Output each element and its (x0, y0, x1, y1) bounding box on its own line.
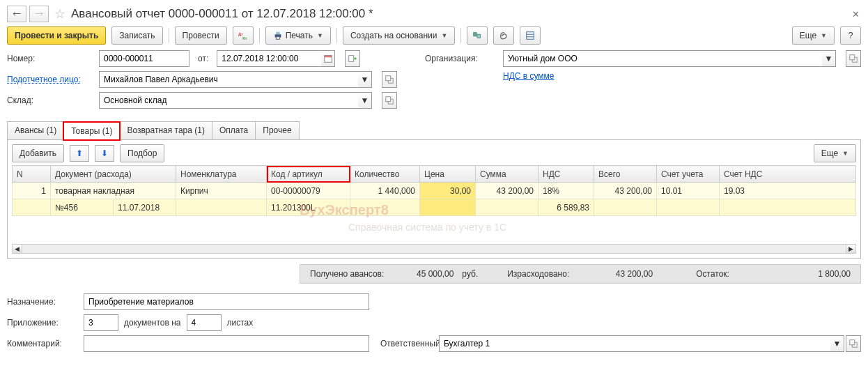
pane-more-button[interactable]: Еще ▼ (814, 144, 856, 162)
table-row[interactable]: №456 11.07.2018 11.201300L 6 589,83 (13, 199, 856, 216)
org-combo[interactable]: ▼ (503, 50, 836, 67)
col-doc[interactable]: Документ (расхода) (51, 166, 176, 183)
cell-account[interactable]: 10.01 (657, 183, 720, 199)
nds-link[interactable]: НДС в сумме (503, 71, 555, 81)
more-button[interactable]: Еще ▼ (792, 26, 835, 45)
cell-n[interactable]: 1 (13, 183, 51, 199)
tab-tare[interactable]: Возвратная тара (1) (119, 121, 212, 139)
dropdown-button[interactable]: ▼ (358, 71, 372, 88)
cell-code2[interactable]: 11.201300L (267, 199, 350, 216)
selection-button[interactable]: Подбор (120, 144, 164, 162)
svg-rect-13 (386, 76, 391, 81)
svg-rect-3 (276, 32, 279, 35)
person-label-link[interactable]: Подотчетное лицо: (7, 75, 91, 84)
scroll-right-icon[interactable]: ▶ (846, 245, 855, 253)
advances-received-label: Получено авансов: (306, 268, 388, 280)
open-button[interactable] (382, 92, 397, 109)
calendar-button[interactable] (321, 50, 335, 67)
tab-other[interactable]: Прочее (255, 121, 299, 139)
dropdown-button[interactable]: ▼ (822, 50, 836, 67)
svg-rect-16 (850, 340, 855, 345)
print-label: Печать (286, 31, 313, 40)
chevron-down-icon: ▼ (842, 150, 848, 157)
date-input[interactable] (217, 50, 335, 67)
nav-back-button[interactable]: 🡐 (7, 6, 26, 22)
print-button[interactable]: Печать ▼ (265, 26, 331, 45)
move-up-button[interactable]: ⬆ (70, 145, 89, 162)
cell-sum[interactable]: 43 200,00 (476, 183, 538, 199)
chevron-down-icon: ▼ (825, 54, 833, 63)
comment-input[interactable] (84, 335, 369, 352)
tab-advances[interactable]: Авансы (1) (7, 121, 64, 139)
col-vat[interactable]: НДС (538, 166, 594, 183)
col-nomen[interactable]: Номенклатура (176, 166, 267, 183)
cell-vat-account[interactable]: 19.03 (720, 183, 856, 199)
cell-total[interactable]: 43 200,00 (594, 183, 657, 199)
cell-doc[interactable]: товарная накладная (51, 183, 176, 199)
date-picker-extra-button[interactable] (345, 50, 360, 67)
favorite-star-icon[interactable]: ☆ (54, 6, 65, 22)
open-icon (848, 54, 858, 63)
totals-bar: Получено авансов: 45 000,00 руб. Израсхо… (300, 264, 861, 284)
col-price[interactable]: Цена (420, 166, 476, 183)
cell-nomen[interactable]: Кирпич (176, 183, 267, 199)
close-icon[interactable]: ✕ (851, 8, 861, 21)
cell-doc-no: №456 (51, 200, 114, 215)
dropdown-button[interactable]: ▼ (358, 92, 372, 109)
toolbar-separator (336, 28, 337, 43)
cell-code[interactable]: 00-00000079 (267, 183, 350, 199)
post-button[interactable]: Провести (175, 26, 227, 45)
number-input[interactable] (99, 50, 189, 67)
col-code[interactable]: Код / артикул (267, 166, 350, 183)
svg-rect-6 (477, 34, 480, 38)
page-title: Авансовый отчет 0000-000011 от 12.07.201… (71, 7, 848, 21)
nav-forward-button[interactable]: 🡒 (29, 6, 49, 22)
open-icon (848, 339, 858, 348)
cell-vat-sum[interactable]: 6 589,83 (538, 199, 594, 216)
open-button[interactable] (846, 50, 861, 67)
col-sum[interactable]: Сумма (476, 166, 538, 183)
arrow-down-icon: ⬇ (101, 148, 108, 158)
goto-icon (348, 54, 357, 63)
attach-docs-input[interactable] (84, 314, 118, 331)
col-total[interactable]: Всего (594, 166, 657, 183)
rest-value: 1 800,00 (734, 268, 855, 280)
dtkt-button[interactable]: ДтКт (233, 26, 254, 45)
related-docs-button[interactable] (467, 26, 488, 45)
warehouse-combo[interactable]: ▼ (99, 92, 372, 109)
cell-vat[interactable]: 18% (538, 183, 594, 199)
open-button[interactable] (382, 71, 397, 88)
goods-table: N Документ (расхода) Номенклатура Код / … (12, 165, 856, 216)
cell-qty[interactable]: 1 440,000 (350, 183, 420, 199)
tab-payment[interactable]: Оплата (212, 121, 256, 139)
save-button[interactable]: Записать (111, 26, 162, 45)
attach-pages-input[interactable] (187, 314, 222, 331)
attachments-button[interactable] (493, 26, 514, 45)
person-combo[interactable]: ▼ (99, 71, 372, 88)
list-mode-button[interactable] (520, 26, 541, 45)
dropdown-button[interactable]: ▼ (830, 335, 844, 352)
post-and-close-button[interactable]: Провести и закрыть (7, 26, 106, 45)
horizontal-scrollbar[interactable]: ◀ ▶ (12, 244, 856, 254)
scroll-left-icon[interactable]: ◀ (13, 245, 22, 253)
cell-empty (176, 199, 267, 216)
move-down-button[interactable]: ⬇ (95, 145, 114, 162)
open-button[interactable] (846, 335, 861, 352)
purpose-input[interactable] (84, 293, 369, 310)
chevron-down-icon: ▼ (821, 32, 827, 39)
cell-price[interactable]: 30,00 (420, 183, 476, 199)
chevron-down-icon: ▼ (317, 32, 323, 39)
responsible-combo[interactable]: ▼ (439, 335, 844, 352)
printer-icon (273, 31, 283, 40)
cell-doc-details[interactable]: №456 11.07.2018 (51, 199, 176, 216)
tab-goods[interactable]: Товары (1) (63, 122, 120, 140)
svg-rect-11 (325, 56, 332, 58)
help-button[interactable]: ? (840, 26, 861, 45)
create-on-basis-button[interactable]: Создать на основании ▼ (343, 26, 455, 45)
col-qty[interactable]: Количество (350, 166, 420, 183)
table-row[interactable]: 1 товарная накладная Кирпич 00-00000079 … (13, 183, 856, 199)
add-row-button[interactable]: Добавить (12, 144, 64, 162)
col-vat-account[interactable]: Счет НДС (720, 166, 856, 183)
col-n[interactable]: N (13, 166, 51, 183)
col-account[interactable]: Счет учета (657, 166, 720, 183)
